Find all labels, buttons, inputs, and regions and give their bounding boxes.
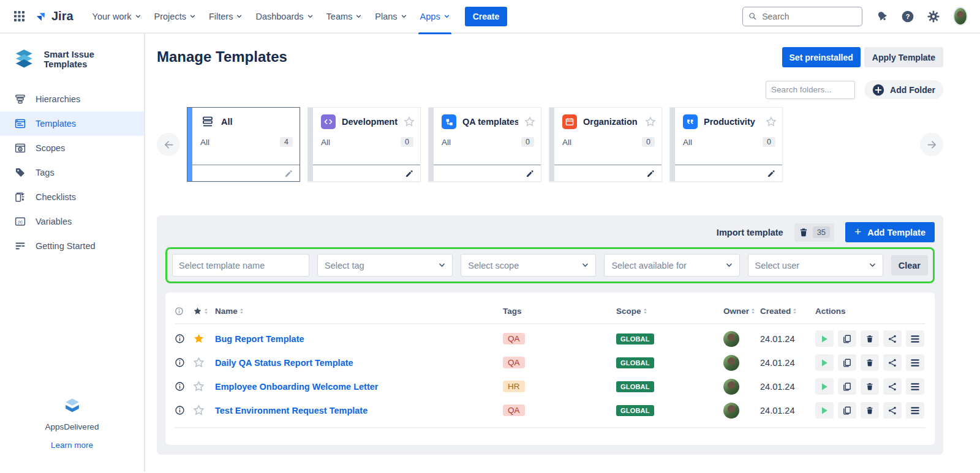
run-template-button[interactable] [815,330,834,347]
edit-pencil-icon[interactable] [526,169,535,178]
sidebar-item-hierarchies[interactable]: Hierarchies [0,87,144,111]
edit-pencil-icon[interactable] [646,169,655,178]
delete-template-button[interactable] [861,330,879,347]
favorite-folder-button[interactable] [766,116,777,127]
star-outline-icon[interactable] [404,116,415,127]
column-created-sort[interactable]: Created [760,307,815,316]
star-outline-icon[interactable] [524,116,535,127]
add-template-button[interactable]: + Add Template [845,222,935,242]
folder-card-qa-templates[interactable]: QA templates All 0 [428,107,541,182]
nav-item-projects[interactable]: Projects [148,0,202,33]
favorite-folder-button[interactable] [645,116,656,127]
folder-subtitle: All [683,138,692,147]
star-filled-icon[interactable] [193,333,215,345]
folder-card-all[interactable]: All All 4 [187,107,300,182]
edit-pencil-icon[interactable] [405,169,414,178]
column-owner-sort[interactable]: Owner [723,307,760,316]
sidebar-item-getting-started[interactable]: Getting Started [0,234,144,258]
info-icon[interactable] [175,381,193,392]
apply-template-button[interactable]: Apply Template [864,47,943,67]
play-icon [820,382,829,392]
add-folder-button[interactable]: Add Folder [864,80,943,99]
run-template-button[interactable] [815,354,834,371]
info-icon[interactable] [175,405,193,415]
share-template-button[interactable] [883,330,902,347]
learn-more-link[interactable]: Learn more [51,441,93,450]
scope-badge: GLOBAL [616,381,654,392]
nav-item-plans[interactable]: Plans [368,0,413,33]
star-outline-icon[interactable] [193,404,215,416]
nav-item-teams[interactable]: Teams [320,0,369,33]
create-button[interactable]: Create [465,7,508,26]
template-name-link[interactable]: Test Environment Request Template [215,406,503,415]
search-folders-input[interactable] [766,81,855,99]
nav-item-dashboards[interactable]: Dashboards [249,0,319,33]
jira-logo[interactable]: Jira [34,9,74,23]
select-scope-dropdown[interactable]: Select scope [461,254,596,277]
nav-item-your-work[interactable]: Your work [86,0,148,33]
edit-pencil-icon[interactable] [284,169,293,178]
global-search[interactable] [742,7,862,26]
info-icon[interactable] [175,333,193,344]
delete-template-button[interactable] [861,354,879,371]
star-outline-icon[interactable] [193,357,215,368]
carousel-prev-button[interactable] [157,133,180,156]
settings-button[interactable] [922,6,944,28]
clear-filters-button[interactable]: Clear [891,255,928,275]
more-actions-button[interactable] [906,354,924,371]
more-actions-button[interactable] [906,378,924,395]
favorite-folder-button[interactable] [524,116,535,127]
select-user-dropdown[interactable]: Select user [748,254,883,277]
import-template-link[interactable]: Import template [717,228,783,237]
favorite-folder-button[interactable] [404,116,415,127]
delete-template-button[interactable] [861,378,879,395]
copy-template-button[interactable] [838,354,856,371]
column-scope-sort[interactable]: Scope [616,307,723,316]
copy-template-button[interactable] [838,330,856,347]
select-tag-dropdown[interactable]: Select tag [317,254,453,277]
sidebar-item-templates[interactable]: Templates [0,111,144,136]
more-actions-button[interactable] [906,330,924,347]
column-name-sort[interactable]: Name [215,307,503,316]
carousel-next-button[interactable] [920,133,943,156]
getting-started-icon [14,240,26,252]
help-icon: ? [901,10,914,23]
star-column-sort[interactable] [193,307,215,316]
template-name-link[interactable]: Employee Onboarding Welcome Letter [215,382,503,392]
sidebar-item-variables[interactable]: (x) Variables [0,209,144,234]
folder-card-development[interactable]: Development All 0 [307,107,421,182]
sidebar-item-tags[interactable]: Tags [0,160,144,185]
more-actions-button[interactable] [906,402,924,419]
copy-template-button[interactable] [838,402,856,419]
sidebar-item-checklists[interactable]: Checklists [0,185,144,209]
template-name-link[interactable]: Daily QA Status Report Template [215,358,503,368]
select-available-for-dropdown[interactable]: Select available for [604,254,739,277]
set-preinstalled-button[interactable]: Set preinstalled [782,47,861,67]
star-outline-icon[interactable] [766,116,777,127]
share-template-button[interactable] [883,402,902,419]
run-template-button[interactable] [815,378,834,395]
edit-pencil-icon[interactable] [767,169,776,178]
delete-template-button[interactable] [861,402,879,419]
nav-item-apps[interactable]: Apps [413,0,456,33]
share-template-button[interactable] [883,378,902,395]
notifications-button[interactable] [871,6,893,28]
star-outline-icon[interactable] [193,381,215,392]
trash-counter-button[interactable]: 35 [794,223,834,242]
copy-template-button[interactable] [838,378,856,395]
template-name-link[interactable]: Bug Report Template [215,334,503,344]
info-icon[interactable] [175,357,193,368]
run-template-button[interactable] [815,402,834,419]
scopes-icon [14,142,26,154]
sidebar-item-scopes[interactable]: Scopes [0,136,144,160]
folder-card-productivity[interactable]: Productivity All 0 [669,107,783,182]
nav-item-filters[interactable]: Filters [202,0,249,33]
help-button[interactable]: ? [897,6,919,28]
profile-button[interactable] [949,6,971,28]
template-name-filter-input[interactable] [172,254,309,277]
app-switcher-button[interactable] [9,6,29,27]
folder-card-organization[interactable]: Organization All 0 [549,107,662,182]
search-input[interactable] [761,11,856,22]
star-outline-icon[interactable] [645,116,656,127]
share-template-button[interactable] [883,354,902,371]
